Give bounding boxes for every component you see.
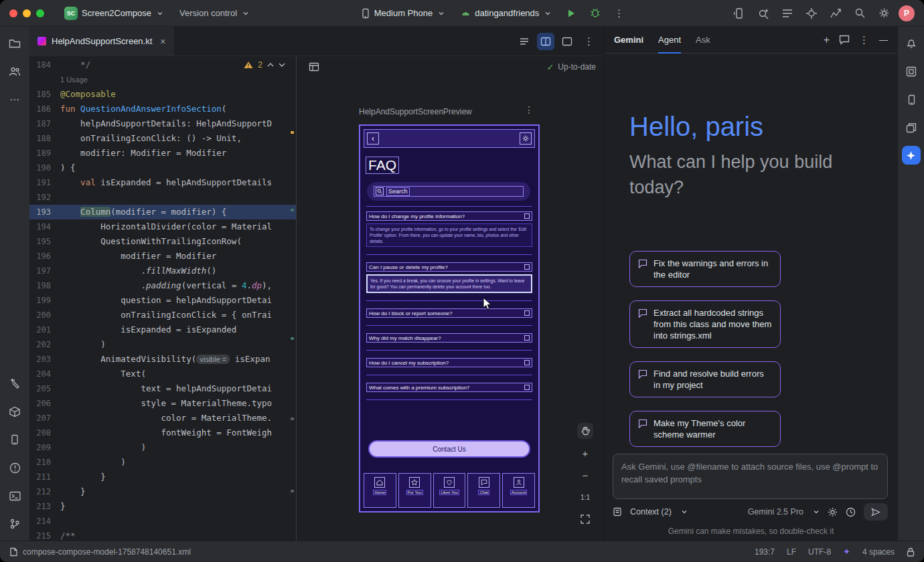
code-line[interactable]: 190) {: [29, 161, 296, 175]
nav-item-likes-you[interactable]: Likes You: [433, 473, 466, 508]
expand-icon[interactable]: [524, 264, 530, 270]
code-line[interactable]: 192: [29, 190, 296, 205]
contact-us-button[interactable]: Contact Us: [368, 440, 530, 458]
more-actions-menu[interactable]: ⋮: [610, 4, 629, 23]
code-line[interactable]: 212 }: [29, 484, 296, 499]
zoom-to-fit-button[interactable]: [577, 511, 593, 527]
expand-icon[interactable]: [524, 385, 530, 390]
code-view-toggle[interactable]: [516, 33, 533, 50]
indent-setting[interactable]: 4 spaces: [862, 547, 895, 557]
line-number[interactable]: 186: [29, 102, 60, 116]
expand-icon[interactable]: [524, 360, 530, 365]
resource-manager-button[interactable]: [901, 118, 921, 138]
problems-button[interactable]: [5, 458, 25, 478]
more-tool-windows-button[interactable]: ⋯: [5, 90, 25, 110]
version-control-button[interactable]: [5, 514, 25, 534]
line-number[interactable]: 189: [29, 146, 60, 161]
code-line[interactable]: 185@Composable: [29, 87, 296, 102]
line-number[interactable]: 185: [29, 87, 60, 102]
line-number[interactable]: 190: [29, 161, 60, 175]
editor-tab[interactable]: HelpAndSupportScreen.kt ×: [29, 27, 174, 56]
line-number[interactable]: 187: [29, 116, 60, 131]
code-line[interactable]: 188 onTrailingIconClick: () -> Unit,: [29, 131, 296, 146]
split-view-toggle[interactable]: [537, 33, 554, 50]
close-window-button[interactable]: [9, 9, 17, 17]
warning-scroll-mark[interactable]: [291, 131, 294, 134]
device-explorer-button[interactable]: [5, 430, 25, 450]
layout-inspector-button[interactable]: [901, 62, 921, 82]
device-mirroring-button[interactable]: [730, 4, 749, 23]
line-number[interactable]: 191: [29, 175, 60, 190]
profiler-button[interactable]: [826, 4, 845, 23]
code-editor[interactable]: 184 */1 Usage185@Composable186fun Questi…: [29, 56, 297, 541]
line-number[interactable]: 195: [29, 234, 60, 249]
minimize-window-button[interactable]: [23, 9, 31, 17]
caret-position[interactable]: 193:7: [755, 547, 775, 557]
line-number[interactable]: 197: [29, 264, 60, 278]
line-number[interactable]: 208: [29, 426, 60, 440]
code-line[interactable]: 187 helpAndSupportDetails: HelpAndSuppor…: [29, 116, 296, 131]
device-selector[interactable]: Medium Phone: [356, 4, 450, 23]
zoom-out-button[interactable]: −: [577, 467, 593, 483]
settings-button-preview[interactable]: [520, 132, 532, 145]
code-line[interactable]: 189 modifier: Modifier = Modifier: [29, 146, 296, 161]
scroll-mark[interactable]: [291, 417, 294, 420]
line-number[interactable]: 196: [29, 249, 60, 264]
context-selector[interactable]: Context (2): [630, 507, 672, 517]
line-number[interactable]: 215: [29, 529, 60, 541]
line-number[interactable]: 205: [29, 381, 60, 396]
code-line[interactable]: 208 fontWeight = FontWeigh: [29, 426, 296, 440]
phone-preview-frame[interactable]: ‹ FAQ Sea: [359, 124, 540, 512]
faq-question[interactable]: How do I change my profile information?: [366, 211, 532, 221]
zoom-window-button[interactable]: [36, 9, 44, 17]
tab-ask[interactable]: Ask: [696, 27, 710, 54]
search-everywhere-button[interactable]: [850, 4, 869, 23]
code-line[interactable]: 202 ): [29, 337, 296, 352]
nav-item-for-you[interactable]: For You: [398, 473, 431, 508]
nav-item-chat[interactable]: Chat: [467, 473, 500, 508]
line-number[interactable]: 213: [29, 499, 60, 514]
line-number[interactable]: 184: [29, 58, 60, 72]
code-line[interactable]: 201 isExpanded = isExpanded: [29, 322, 296, 337]
build-button[interactable]: [5, 373, 25, 393]
line-number[interactable]: 188: [29, 131, 60, 146]
line-number[interactable]: 199: [29, 293, 60, 308]
line-number[interactable]: 214: [29, 514, 60, 529]
line-number[interactable]: 206: [29, 396, 60, 411]
code-line[interactable]: 204 Text(: [29, 367, 296, 381]
pan-tool-button[interactable]: [577, 423, 593, 439]
faq-question[interactable]: Why did my match disappear?: [366, 333, 532, 343]
code-line[interactable]: 191 val isExpanded = helpAndSupportDetai…: [29, 175, 296, 190]
history-icon[interactable]: [846, 507, 856, 517]
code-line[interactable]: 198 .padding(vertical = 4.dp),: [29, 278, 296, 293]
run-configuration-selector[interactable]: datingandfriends: [455, 4, 556, 23]
faq-question[interactable]: How do I block or report someone?: [366, 308, 532, 318]
project-selector[interactable]: SC Screen2Compose: [59, 4, 169, 23]
code-line[interactable]: 207 color = MaterialTheme.: [29, 411, 296, 426]
editor-options-menu[interactable]: ⋮: [580, 32, 599, 51]
lock-icon[interactable]: [907, 547, 915, 557]
chat-history-icon[interactable]: [839, 35, 850, 45]
file-encoding[interactable]: UTF-8: [808, 547, 831, 557]
status-file[interactable]: compose-compose-model-1758748140651.xml: [9, 547, 191, 557]
close-tab-icon[interactable]: ×: [160, 36, 165, 47]
suggestion-card[interactable]: Fix the warnings and errors in the edito…: [629, 251, 781, 287]
code-line[interactable]: 200 onTrailingIconClick = { onTrai: [29, 308, 296, 322]
device-manager-button[interactable]: [901, 90, 921, 110]
app-quality-insights-button[interactable]: [802, 4, 821, 23]
faq-question[interactable]: Can I pause or delete my profile?: [366, 262, 532, 272]
suggestion-card[interactable]: Make my Theme's color scheme warmer: [629, 411, 781, 447]
next-problem-icon[interactable]: [279, 62, 285, 68]
ai-actions-button[interactable]: [754, 4, 773, 23]
project-view-button[interactable]: [5, 33, 25, 54]
hide-panel-button[interactable]: —: [879, 35, 888, 45]
inspections-widget[interactable]: 2: [241, 59, 288, 71]
code-line[interactable]: 194 HorizontalDivider(color = Material: [29, 219, 296, 234]
code-line[interactable]: 211 }: [29, 470, 296, 484]
line-number[interactable]: [29, 72, 60, 87]
code-line[interactable]: 214: [29, 514, 296, 529]
user-avatar[interactable]: P: [899, 5, 915, 21]
line-number[interactable]: 209: [29, 440, 60, 455]
expand-icon[interactable]: [524, 335, 530, 341]
faq-question[interactable]: What comes with a premium subscription?: [366, 383, 532, 392]
